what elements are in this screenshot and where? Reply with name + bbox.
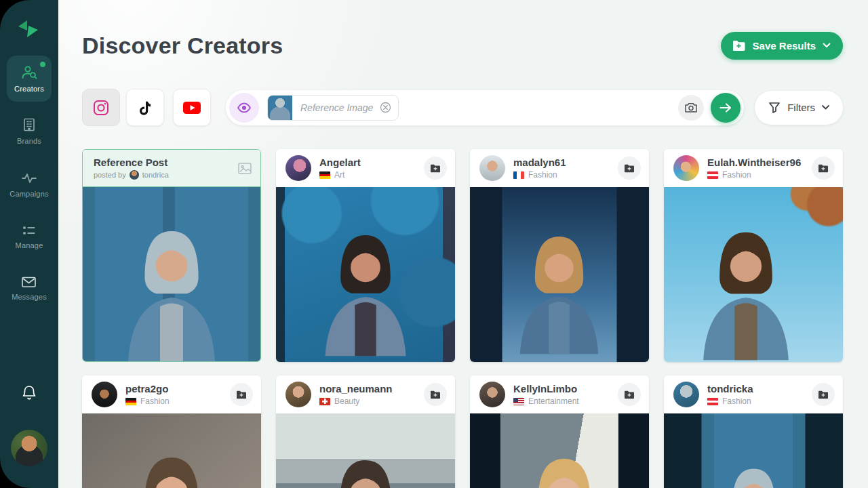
add-to-folder-button[interactable] [424,157,447,180]
poster-username: tondrica [142,171,169,179]
sidebar-item-manage[interactable]: Manage [16,224,43,249]
reference-post-title: Reference Post [94,157,237,168]
camera-icon [684,102,698,113]
creator-name: Angelart [319,157,424,168]
creator-card[interactable]: madalyn61 Fashion [470,149,649,362]
add-to-folder-button[interactable] [812,157,835,180]
creator-avatar [92,382,117,407]
creator-grid: Reference Post posted by tondrica [82,149,843,488]
app-logo-icon [16,16,43,43]
creator-category: Beauty [334,396,359,406]
country-flag [319,398,330,405]
creator-avatar [479,382,505,407]
save-results-button[interactable]: Save Results [721,32,843,60]
folder-plus-icon [624,164,635,173]
creator-card[interactable]: Angelart Art [276,149,455,362]
creator-photo [664,413,843,488]
creator-card[interactable]: KellyInLimbo Entertainment [470,375,649,488]
creator-photo [82,413,261,488]
folder-plus-icon [624,390,635,399]
add-to-folder-button[interactable] [230,383,253,406]
sidebar: Creators Brands Campaigns [0,0,58,488]
search-row: Reference Image [82,89,843,126]
creator-name: nora_neumann [319,383,424,394]
user-avatar[interactable] [11,430,47,466]
creator-photo [470,413,649,488]
platform-tiktok-button[interactable] [126,89,164,126]
add-to-folder-button[interactable] [424,383,447,406]
filters-button[interactable]: Filters [755,91,843,125]
sidebar-item-campaigns[interactable]: Campaigns [9,171,48,198]
reference-image-chip[interactable]: Reference Image [267,95,399,121]
platform-instagram-button[interactable] [82,89,120,126]
creator-avatar [285,382,311,407]
creator-name: KellyInLimbo [513,383,618,394]
folder-plus-icon [818,390,829,399]
reference-post-photo [83,187,260,361]
sidebar-item-label: Brands [17,137,41,145]
youtube-icon [182,101,201,115]
creator-name: Eulah.Wintheiser96 [707,157,812,168]
notifications-button[interactable] [20,384,38,405]
remove-reference-button[interactable] [380,102,391,113]
creator-name: tondricka [707,383,812,394]
creator-photo [276,413,455,488]
filters-label: Filters [787,102,815,113]
creator-avatar [285,155,311,181]
add-to-folder-button[interactable] [618,157,641,180]
creator-card[interactable]: petra2go Fashion [82,375,261,488]
country-flag [125,398,136,405]
creator-photo [664,187,843,362]
creator-photo [470,187,649,362]
sidebar-item-messages[interactable]: Messages [12,275,47,301]
platform-youtube-button[interactable] [173,89,211,126]
sidebar-item-label: Manage [16,241,43,249]
creator-photo [276,187,455,362]
sidebar-item-creators[interactable]: Creators [7,56,52,102]
search-bar[interactable]: Reference Image [226,90,744,125]
creator-category: Fashion [722,170,751,180]
reference-post-header: Reference Post posted by tondrica [83,150,260,187]
list-icon [21,224,37,237]
add-to-folder-button[interactable] [618,383,641,406]
image-icon [237,162,252,175]
instagram-icon [92,99,110,117]
folder-plus-icon [818,164,829,173]
page-title: Discover Creators [82,33,283,59]
add-to-folder-button[interactable] [812,383,835,406]
creator-avatar [479,155,505,181]
creator-card[interactable]: nora_neumann Beauty [276,375,455,488]
folder-plus-icon [430,390,441,399]
app-logo[interactable] [13,14,45,46]
bell-icon [20,384,38,403]
arrow-right-icon [719,102,732,113]
reference-post-card[interactable]: Reference Post posted by tondrica [82,149,261,362]
search-submit-button[interactable] [711,93,741,123]
sidebar-item-brands[interactable]: Brands [17,117,41,145]
sidebar-nav: Creators Brands Campaigns [0,56,58,327]
sidebar-item-label: Campaigns [9,190,48,198]
close-circle-icon [380,102,391,113]
creator-card[interactable]: Eulah.Wintheiser96 Fashion [664,149,843,362]
posted-by-label: posted by [94,171,126,179]
eye-icon [237,102,252,113]
folder-plus-icon [236,390,247,399]
page-header: Discover Creators Save Results [82,30,843,61]
folder-plus-icon [732,40,746,52]
creator-avatar [673,382,699,407]
tiktok-icon [137,99,153,117]
reference-image-thumbnail [268,96,292,120]
app-window: Creators Brands Campaigns [0,0,868,488]
building-icon [21,117,37,133]
visual-search-button[interactable] [229,93,259,123]
camera-search-button[interactable] [678,95,704,121]
envelope-icon [20,275,37,289]
save-results-label: Save Results [753,40,816,52]
pulse-icon [20,171,38,186]
poster-avatar [130,170,139,180]
folder-plus-icon [430,164,441,173]
creator-card[interactable]: tondricka Fashion [664,375,843,488]
country-flag [707,398,718,405]
chevron-down-icon [822,105,829,110]
creator-category: Fashion [140,396,170,406]
